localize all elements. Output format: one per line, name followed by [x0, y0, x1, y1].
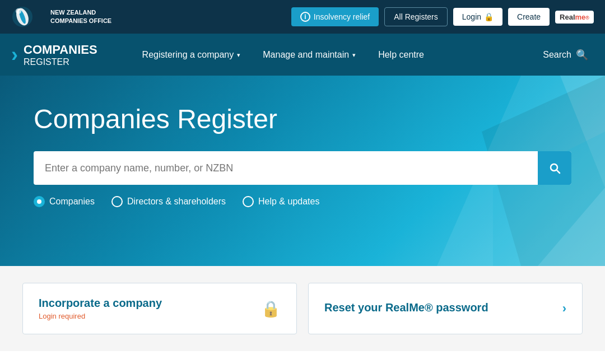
radio-companies[interactable]: Companies [34, 196, 95, 207]
all-registers-button[interactable]: All Registers [384, 7, 448, 26]
nav-help-centre[interactable]: Help centre [367, 34, 435, 76]
radio-directors-button[interactable] [111, 196, 123, 207]
incorporate-card[interactable]: Incorporate a company Login required 🔒 [22, 283, 297, 334]
chevron-down-icon: ▾ [352, 52, 356, 59]
search-submit-button[interactable] [538, 151, 571, 185]
create-button[interactable]: Create [508, 8, 550, 26]
search-icon: 🔍 [576, 49, 588, 61]
svg-point-3 [16, 8, 21, 14]
radio-directors-shareholders[interactable]: Directors & shareholders [111, 196, 226, 207]
nav-site-title: COMPANIES REGISTER [24, 43, 97, 67]
realme-card-title: Reset your RealMe® password [324, 301, 488, 314]
radio-help-updates[interactable]: Help & updates [243, 196, 319, 207]
realme-card-content: Reset your RealMe® password [324, 301, 488, 316]
search-input[interactable] [34, 162, 538, 174]
radio-inner-dot [37, 199, 41, 204]
realme-badge: Realme® [555, 11, 594, 24]
realme-password-card[interactable]: Reset your RealMe® password › [308, 283, 583, 334]
lock-icon: 🔒 [484, 12, 494, 21]
chevron-down-icon: ▾ [237, 52, 240, 59]
nav-manage-maintain[interactable]: Manage and maintain ▾ [252, 34, 367, 76]
nav-logo-group[interactable]: › COMPANIES REGISTER [11, 43, 97, 67]
login-button[interactable]: Login 🔒 [453, 8, 502, 26]
nav-search[interactable]: Search 🔍 [537, 49, 594, 61]
hero-section: Companies Register Companies Directors &… [0, 76, 605, 266]
arrow-icon: › [562, 301, 566, 316]
nzco-logo-icon [11, 6, 45, 28]
radio-companies-button[interactable] [34, 196, 45, 207]
info-icon: i [300, 12, 310, 22]
hero-title: Companies Register [34, 104, 571, 134]
nav-registering-company[interactable]: Registering a company ▾ [131, 34, 252, 76]
nzco-logo-group: NEW ZEALAND COMPANIES OFFICE [11, 6, 111, 28]
radio-help-button[interactable] [243, 196, 254, 207]
lock-icon: 🔒 [261, 300, 281, 318]
nav-chevron-icon: › [11, 43, 18, 67]
insolvency-button[interactable]: i Insolvency relief [291, 7, 379, 26]
incorporate-card-content: Incorporate a company Login required [39, 297, 162, 320]
cards-section: Incorporate a company Login required 🔒 R… [0, 266, 605, 351]
nav-bar: › COMPANIES REGISTER Registering a compa… [0, 34, 605, 76]
nzco-text: NEW ZEALAND COMPANIES OFFICE [50, 8, 111, 26]
search-icon [548, 161, 561, 175]
top-bar: NEW ZEALAND COMPANIES OFFICE i Insolvenc… [0, 0, 605, 34]
incorporate-card-subtitle: Login required [39, 312, 162, 320]
search-radio-group: Companies Directors & shareholders Help … [34, 196, 571, 207]
main-search-bar [34, 151, 571, 185]
incorporate-card-title: Incorporate a company [39, 297, 162, 310]
top-bar-actions: i Insolvency relief All Registers Login … [291, 7, 594, 26]
nav-links: Registering a company ▾ Manage and maint… [131, 34, 594, 76]
